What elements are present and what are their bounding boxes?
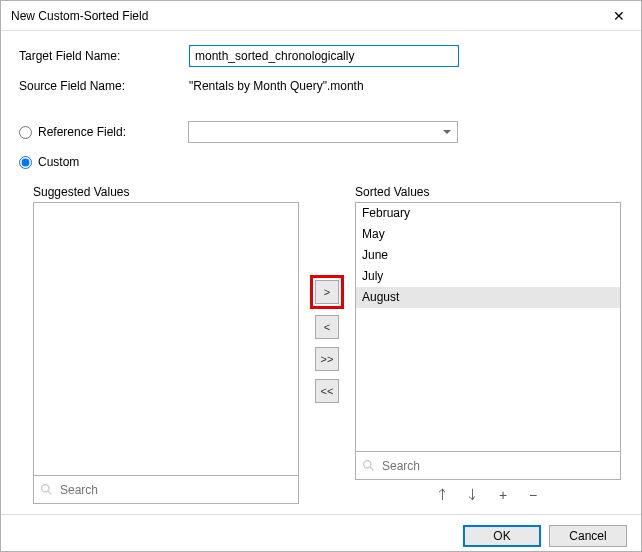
titlebar: New Custom-Sorted Field ✕ [1,1,641,31]
source-field-row: Source Field Name: "Rentals by Month Que… [19,75,623,97]
list-item[interactable]: May [356,224,620,245]
reference-field-radio[interactable] [19,126,32,139]
remove-item-button[interactable]: − [526,488,540,502]
sorted-toolbar: 🡑 🡓 + − [355,486,621,504]
svg-line-3 [370,467,373,470]
search-icon [362,459,375,472]
arrow-up-icon: 🡑 [436,487,450,503]
cancel-button[interactable]: Cancel [549,525,627,547]
svg-point-2 [364,461,371,468]
custom-row: Custom [19,151,623,173]
svg-point-0 [42,485,49,492]
target-field-input[interactable] [189,45,459,67]
close-button[interactable]: ✕ [597,1,641,31]
suggested-listbox[interactable] [33,202,299,476]
svg-line-1 [48,491,51,494]
reference-field-combo[interactable] [188,121,458,143]
source-field-value: "Rentals by Month Query".month [189,79,364,93]
list-item[interactable]: June [356,245,620,266]
reference-field-label[interactable]: Reference Field: [38,125,188,139]
dialog-window: New Custom-Sorted Field ✕ Target Field N… [0,0,642,552]
remove-button[interactable]: < [315,315,339,339]
list-item[interactable]: August [356,287,620,308]
add-button[interactable]: > [315,280,339,304]
suggested-search[interactable] [33,476,299,504]
source-field-label: Source Field Name: [19,79,189,93]
target-field-row: Target Field Name: [19,45,623,67]
move-up-button[interactable]: 🡑 [436,488,450,502]
sorted-header: Sorted Values [355,185,621,199]
plus-icon: + [499,487,507,503]
add-all-button[interactable]: >> [315,347,339,371]
search-icon [40,483,53,496]
suggested-column: Suggested Values [33,185,299,504]
sorted-listbox[interactable]: FebruaryMayJuneJulyAugust [355,202,621,452]
sorted-column: Sorted Values FebruaryMayJuneJulyAugust … [355,185,621,504]
list-item[interactable]: July [356,266,620,287]
lists-area: Suggested Values > < >> << [19,185,623,504]
arrow-down-icon: 🡓 [466,487,480,503]
target-field-label: Target Field Name: [19,49,189,63]
dialog-content: Target Field Name: Source Field Name: "R… [1,31,641,514]
suggested-header: Suggested Values [33,185,299,199]
custom-radio[interactable] [19,156,32,169]
dialog-footer: OK Cancel [1,514,641,552]
sorted-search-input[interactable] [380,458,614,474]
reference-field-row: Reference Field: [19,121,623,143]
suggested-search-input[interactable] [58,482,292,498]
sorted-search[interactable] [355,452,621,480]
custom-label[interactable]: Custom [38,155,188,169]
ok-button[interactable]: OK [463,525,541,547]
list-item[interactable]: February [356,203,620,224]
close-icon: ✕ [613,8,625,24]
transfer-buttons: > < >> << [299,185,355,504]
window-title: New Custom-Sorted Field [11,9,148,23]
minus-icon: − [529,487,537,503]
add-item-button[interactable]: + [496,488,510,502]
add-button-highlight: > [310,275,344,309]
remove-all-button[interactable]: << [315,379,339,403]
move-down-button[interactable]: 🡓 [466,488,480,502]
